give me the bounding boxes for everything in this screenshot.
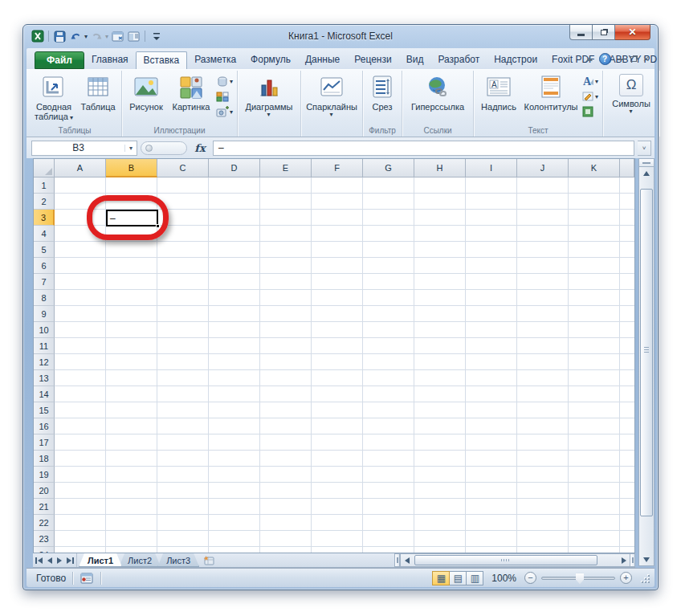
vertical-scroll-thumb[interactable] [640,189,653,516]
ribbon-tab-Надстрои[interactable]: Надстрои [487,51,544,69]
shapes-button[interactable]: ▾ [214,75,234,88]
column-header-partial[interactable] [620,159,634,177]
row-header-16[interactable]: 16 [34,418,55,434]
ribbon-tab-Разработ[interactable]: Разработ [430,51,487,69]
row-header-19[interactable]: 19 [34,467,55,483]
row-header-12[interactable]: 12 [34,354,55,370]
column-header-G[interactable]: G [363,159,414,177]
formula-bar-handle[interactable] [141,141,187,155]
sheet-tab-Лист3[interactable]: Лист3 [157,553,199,567]
zoom-out-button[interactable]: − [524,572,536,584]
last-sheet-button[interactable] [67,557,74,564]
column-header-K[interactable]: K [569,159,620,177]
scroll-right-button[interactable] [618,554,630,566]
screenshot-button[interactable]: ▾ [214,105,234,118]
expand-formula-bar-button[interactable]: ˅ [638,141,651,156]
row-header-21[interactable]: 21 [34,499,55,515]
row-header-22[interactable]: 22 [34,515,55,531]
first-sheet-button[interactable] [35,557,43,564]
help-icon[interactable]: ? [599,53,611,65]
column-header-I[interactable]: I [466,159,517,177]
sheet-tab-Лист1[interactable]: Лист1 [79,553,122,567]
horizontal-scroll-track[interactable] [413,554,618,566]
vertical-scrollbar[interactable] [638,158,654,566]
column-header-F[interactable]: F [312,159,363,177]
scroll-down-button[interactable] [639,553,654,565]
ribbon-tab-Главная[interactable]: Главная [84,51,136,69]
insert-function-button[interactable]: fx [190,141,210,156]
row-header-4[interactable]: 4 [34,226,55,242]
horizontal-scrollbar[interactable] [400,553,630,567]
column-header-D[interactable]: D [209,159,260,177]
sheet-tab-Лист2[interactable]: Лист2 [119,553,161,567]
row-header-14[interactable]: 14 [34,386,55,402]
title-bar[interactable]: ▾ ▾ Книга1 - Microsoft Excel ✕ [24,25,657,47]
restore-icon-small[interactable] [630,56,637,62]
row-header-11[interactable]: 11 [34,338,55,354]
row-header-10[interactable]: 10 [34,322,55,338]
page-layout-view-button[interactable]: ▤ [449,571,467,585]
next-sheet-button[interactable] [57,557,62,564]
wordart-button[interactable]: A ▾ [581,75,600,88]
scroll-left-button[interactable] [401,554,413,566]
vertical-scroll-track[interactable] [639,179,654,553]
zoom-in-button[interactable]: + [620,572,632,584]
row-header-6[interactable]: 6 [34,258,55,274]
restore-button[interactable] [593,25,615,40]
name-box[interactable]: B3 ▾ [31,141,137,156]
column-header-E[interactable]: E [260,159,312,177]
row-header-20[interactable]: 20 [34,483,55,499]
row-header-15[interactable]: 15 [34,402,55,418]
clipart-button[interactable]: Картинка [168,71,214,124]
row-header-1[interactable]: 1 [34,177,55,194]
close-button[interactable]: ✕ [615,25,650,40]
column-header-J[interactable]: J [517,159,569,177]
zoom-level[interactable]: 100% [491,573,516,584]
ribbon-tab-Данные[interactable]: Данные [298,51,347,69]
insert-worksheet-button[interactable] [196,553,222,567]
select-all-corner[interactable] [34,159,55,177]
spreadsheet-grid[interactable]: ABCDEFGHIJK 1234567891011121314151617181… [33,158,635,553]
hyperlink-button[interactable]: Гиперссылка [405,71,471,124]
row-header-9[interactable]: 9 [34,306,55,322]
object-button[interactable] [581,105,600,118]
signature-line-button[interactable]: ▾ [581,90,600,103]
zoom-slider-track[interactable] [541,577,615,580]
scroll-up-button[interactable] [639,167,654,179]
cells-area[interactable]: – [55,177,634,553]
row-header-13[interactable]: 13 [34,370,55,386]
sparklines-button[interactable]: Спарклайны ▾ [304,71,360,124]
macro-record-icon[interactable] [80,573,94,584]
collapse-ribbon-icon[interactable] [586,57,593,61]
pivot-table-button[interactable]: Сводная таблица ▾ [31,71,77,124]
slicer-button[interactable]: Срез [365,71,399,124]
zoom-slider-thumb[interactable] [576,573,584,585]
ribbon-tab-Формуль[interactable]: Формуль [243,51,298,69]
row-header-7[interactable]: 7 [34,274,55,290]
minimize-button[interactable] [569,25,593,40]
resize-grip[interactable] [640,573,650,583]
ribbon-tab-Файл[interactable]: Файл [35,51,84,69]
name-box-dropdown-icon[interactable]: ▾ [124,145,137,152]
column-header-A[interactable]: A [55,159,106,177]
page-break-view-button[interactable]: ▥ [466,571,483,585]
row-header-18[interactable]: 18 [34,451,55,467]
ribbon-tab-Разметка[interactable]: Разметка [187,51,243,69]
tab-split-handle[interactable] [394,553,400,567]
smartart-button[interactable] [214,90,234,103]
previous-sheet-button[interactable] [47,557,52,564]
charts-button[interactable]: Диаграммы ▾ [240,71,298,124]
table-button[interactable]: Таблица [77,71,119,124]
symbols-button[interactable]: Ω Символы ▾ [606,71,657,124]
row-header-2[interactable]: 2 [34,194,55,210]
column-header-H[interactable]: H [414,159,466,177]
column-header-C[interactable]: C [157,159,209,177]
vertical-split-handle[interactable] [639,159,654,167]
minimize-icon-small[interactable] [618,59,624,60]
row-header-17[interactable]: 17 [34,434,55,451]
header-footer-button[interactable]: Колонтитулы [521,71,581,124]
row-header-8[interactable]: 8 [34,290,55,306]
formula-input[interactable]: – [213,141,634,156]
horizontal-scroll-thumb[interactable] [414,555,597,565]
textbox-button[interactable]: A Надпись [476,71,521,124]
